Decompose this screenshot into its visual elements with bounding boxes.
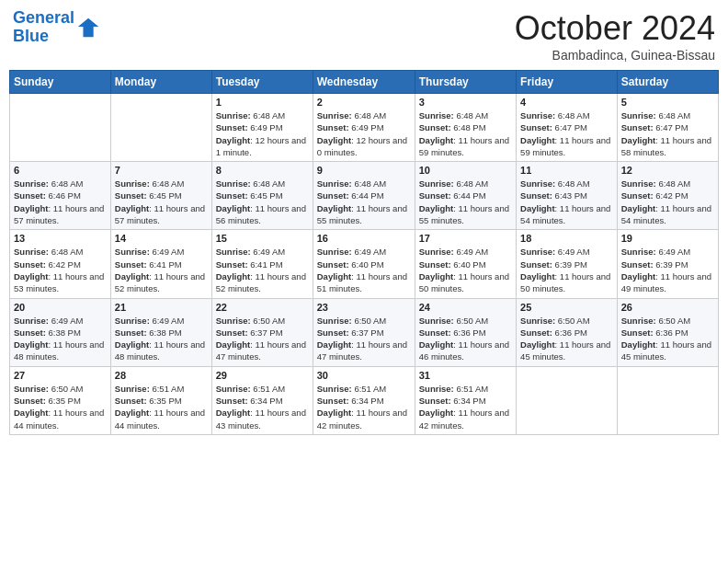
calendar-cell: 9Sunrise: 6:48 AMSunset: 6:44 PMDaylight… <box>313 162 415 230</box>
day-info: Sunrise: 6:50 AMSunset: 6:36 PMDaylight:… <box>520 315 613 363</box>
day-number: 24 <box>419 302 512 313</box>
calendar-cell: 10Sunrise: 6:48 AMSunset: 6:44 PMDayligh… <box>415 162 516 230</box>
calendar-cell: 21Sunrise: 6:49 AMSunset: 6:38 PMDayligh… <box>110 298 211 366</box>
day-number: 29 <box>216 370 309 381</box>
day-number: 17 <box>419 233 512 244</box>
day-number: 14 <box>115 233 208 244</box>
day-number: 26 <box>621 302 714 313</box>
column-header-tuesday: Tuesday <box>211 71 313 94</box>
day-info: Sunrise: 6:48 AMSunset: 6:45 PMDaylight:… <box>216 178 309 226</box>
calendar-cell: 20Sunrise: 6:49 AMSunset: 6:38 PMDayligh… <box>10 298 111 366</box>
calendar-cell: 13Sunrise: 6:48 AMSunset: 6:42 PMDayligh… <box>10 230 111 298</box>
calendar-cell: 15Sunrise: 6:49 AMSunset: 6:41 PMDayligh… <box>211 230 313 298</box>
day-info: Sunrise: 6:48 AMSunset: 6:49 PMDaylight:… <box>317 109 411 158</box>
calendar-cell <box>10 94 111 162</box>
day-number: 22 <box>216 302 309 313</box>
calendar-cell: 11Sunrise: 6:48 AMSunset: 6:43 PMDayligh… <box>517 162 618 230</box>
day-number: 30 <box>317 370 411 381</box>
calendar-cell: 4Sunrise: 6:48 AMSunset: 6:47 PMDaylight… <box>517 94 618 162</box>
day-number: 27 <box>14 370 107 381</box>
column-header-wednesday: Wednesday <box>313 71 415 94</box>
day-info: Sunrise: 6:50 AMSunset: 6:37 PMDaylight:… <box>216 315 309 363</box>
calendar-header-row: SundayMondayTuesdayWednesdayThursdayFrid… <box>10 71 719 94</box>
day-number: 1 <box>216 97 309 108</box>
day-info: Sunrise: 6:48 AMSunset: 6:45 PMDaylight:… <box>115 178 208 226</box>
column-header-saturday: Saturday <box>617 71 718 94</box>
calendar-cell: 29Sunrise: 6:51 AMSunset: 6:34 PMDayligh… <box>211 366 313 434</box>
day-number: 20 <box>14 302 107 313</box>
day-info: Sunrise: 6:48 AMSunset: 6:42 PMDaylight:… <box>14 246 107 294</box>
calendar-cell: 27Sunrise: 6:50 AMSunset: 6:35 PMDayligh… <box>10 366 111 434</box>
day-number: 31 <box>419 370 512 381</box>
day-info: Sunrise: 6:49 AMSunset: 6:39 PMDaylight:… <box>621 246 714 294</box>
calendar-cell: 12Sunrise: 6:48 AMSunset: 6:42 PMDayligh… <box>617 162 718 230</box>
calendar-cell: 18Sunrise: 6:49 AMSunset: 6:39 PMDayligh… <box>517 230 618 298</box>
calendar-cell: 8Sunrise: 6:48 AMSunset: 6:45 PMDaylight… <box>211 162 313 230</box>
calendar-cell: 1Sunrise: 6:48 AMSunset: 6:49 PMDaylight… <box>211 94 313 162</box>
calendar-cell: 24Sunrise: 6:50 AMSunset: 6:36 PMDayligh… <box>415 298 516 366</box>
day-number: 9 <box>317 165 411 176</box>
day-number: 4 <box>520 97 613 108</box>
calendar-cell: 25Sunrise: 6:50 AMSunset: 6:36 PMDayligh… <box>517 298 618 366</box>
column-header-monday: Monday <box>110 71 211 94</box>
day-info: Sunrise: 6:50 AMSunset: 6:37 PMDaylight:… <box>317 315 411 363</box>
calendar-cell: 16Sunrise: 6:49 AMSunset: 6:40 PMDayligh… <box>313 230 415 298</box>
calendar-cell: 19Sunrise: 6:49 AMSunset: 6:39 PMDayligh… <box>617 230 718 298</box>
day-info: Sunrise: 6:48 AMSunset: 6:48 PMDaylight:… <box>419 109 512 158</box>
title-block: October 2024 Bambadinca, Guinea-Bissau <box>515 9 715 63</box>
day-info: Sunrise: 6:48 AMSunset: 6:46 PMDaylight:… <box>14 178 107 226</box>
day-info: Sunrise: 6:48 AMSunset: 6:47 PMDaylight:… <box>520 109 613 158</box>
day-number: 2 <box>317 97 411 108</box>
day-info: Sunrise: 6:49 AMSunset: 6:38 PMDaylight:… <box>14 315 107 363</box>
day-number: 21 <box>115 302 208 313</box>
logo: GeneralBlue <box>13 9 102 46</box>
day-number: 28 <box>115 370 208 381</box>
day-number: 7 <box>115 165 208 176</box>
day-info: Sunrise: 6:48 AMSunset: 6:43 PMDaylight:… <box>520 178 613 226</box>
day-info: Sunrise: 6:49 AMSunset: 6:41 PMDaylight:… <box>216 246 309 294</box>
day-info: Sunrise: 6:48 AMSunset: 6:42 PMDaylight:… <box>621 178 714 226</box>
calendar-table: SundayMondayTuesdayWednesdayThursdayFrid… <box>9 70 719 435</box>
calendar-cell: 31Sunrise: 6:51 AMSunset: 6:34 PMDayligh… <box>415 366 516 434</box>
column-header-thursday: Thursday <box>415 71 516 94</box>
day-number: 8 <box>216 165 309 176</box>
day-number: 15 <box>216 233 309 244</box>
day-info: Sunrise: 6:49 AMSunset: 6:38 PMDaylight:… <box>115 315 208 363</box>
day-number: 3 <box>419 97 512 108</box>
calendar-cell: 14Sunrise: 6:49 AMSunset: 6:41 PMDayligh… <box>110 230 211 298</box>
logo-icon <box>76 15 102 40</box>
day-info: Sunrise: 6:50 AMSunset: 6:36 PMDaylight:… <box>419 315 512 363</box>
calendar-cell <box>517 366 618 434</box>
day-info: Sunrise: 6:49 AMSunset: 6:40 PMDaylight:… <box>317 246 411 294</box>
day-number: 23 <box>317 302 411 313</box>
day-info: Sunrise: 6:51 AMSunset: 6:35 PMDaylight:… <box>115 383 208 431</box>
calendar-cell: 3Sunrise: 6:48 AMSunset: 6:48 PMDaylight… <box>415 94 516 162</box>
calendar-cell: 26Sunrise: 6:50 AMSunset: 6:36 PMDayligh… <box>617 298 718 366</box>
calendar-cell: 28Sunrise: 6:51 AMSunset: 6:35 PMDayligh… <box>110 366 211 434</box>
day-number: 11 <box>520 165 613 176</box>
column-header-friday: Friday <box>517 71 618 94</box>
page-header: GeneralBlue October 2024 Bambadinca, Gui… <box>9 9 719 63</box>
day-number: 10 <box>419 165 512 176</box>
calendar-cell: 7Sunrise: 6:48 AMSunset: 6:45 PMDaylight… <box>110 162 211 230</box>
calendar-cell: 2Sunrise: 6:48 AMSunset: 6:49 PMDaylight… <box>313 94 415 162</box>
calendar-cell <box>110 94 211 162</box>
day-number: 25 <box>520 302 613 313</box>
calendar-week-row: 1Sunrise: 6:48 AMSunset: 6:49 PMDaylight… <box>10 94 719 162</box>
column-header-sunday: Sunday <box>10 71 111 94</box>
day-number: 5 <box>621 97 714 108</box>
day-number: 13 <box>14 233 107 244</box>
day-info: Sunrise: 6:49 AMSunset: 6:41 PMDaylight:… <box>115 246 208 294</box>
location: Bambadinca, Guinea-Bissau <box>515 48 715 63</box>
day-info: Sunrise: 6:48 AMSunset: 6:49 PMDaylight:… <box>216 109 309 158</box>
day-info: Sunrise: 6:50 AMSunset: 6:35 PMDaylight:… <box>14 383 107 431</box>
calendar-cell: 30Sunrise: 6:51 AMSunset: 6:34 PMDayligh… <box>313 366 415 434</box>
day-info: Sunrise: 6:48 AMSunset: 6:44 PMDaylight:… <box>317 178 411 226</box>
day-info: Sunrise: 6:51 AMSunset: 6:34 PMDaylight:… <box>317 383 411 431</box>
day-number: 18 <box>520 233 613 244</box>
day-number: 12 <box>621 165 714 176</box>
day-info: Sunrise: 6:51 AMSunset: 6:34 PMDaylight:… <box>419 383 512 431</box>
svg-marker-0 <box>78 18 98 38</box>
calendar-cell: 17Sunrise: 6:49 AMSunset: 6:40 PMDayligh… <box>415 230 516 298</box>
calendar-cell: 6Sunrise: 6:48 AMSunset: 6:46 PMDaylight… <box>10 162 111 230</box>
